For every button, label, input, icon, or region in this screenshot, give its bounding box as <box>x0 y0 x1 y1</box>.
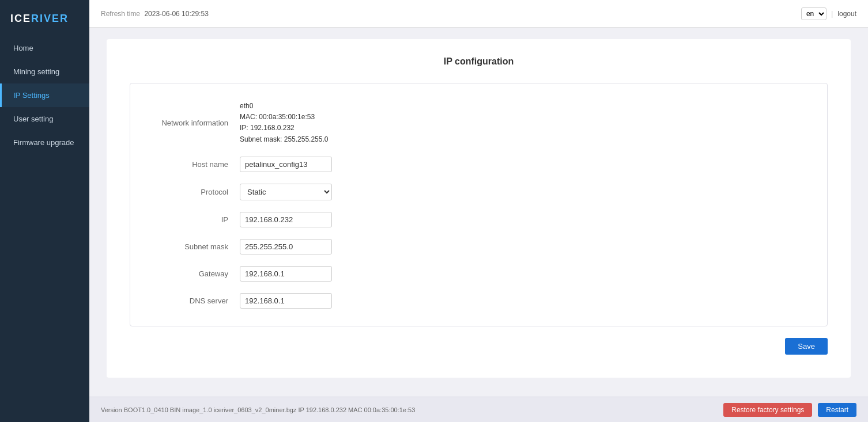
sidebar-nav: Home Mining setting IP Settings User set… <box>0 36 89 154</box>
network-subnet: Subnet mask: 255.255.255.0 <box>240 134 328 145</box>
protocol-row: Protocol Static DHCP <box>130 178 827 206</box>
hostname-input[interactable] <box>240 157 332 172</box>
sidebar: ICERIVER Home Mining setting IP Settings… <box>0 0 89 422</box>
hostname-label: Host name <box>148 160 228 169</box>
footer-right: Restore factory settings Restart <box>723 403 856 417</box>
protocol-label: Protocol <box>148 188 228 196</box>
content: IP configuration Network information eth… <box>89 28 868 397</box>
save-button[interactable]: Save <box>785 338 828 355</box>
gateway-label: Gateway <box>148 269 228 278</box>
footer-version: Version BOOT1.0_0410 BIN image_1.0 iceri… <box>101 406 415 413</box>
network-eth: eth0 <box>240 101 328 112</box>
refresh-value: 2023-06-06 10:29:53 <box>144 10 208 18</box>
subnet-input[interactable] <box>240 239 332 254</box>
topbar-right: en zh | logout <box>801 7 856 20</box>
ip-input[interactable] <box>240 212 332 227</box>
protocol-select[interactable]: Static DHCP <box>240 184 332 200</box>
form-section: Network information eth0 MAC: 00:0a:35:0… <box>130 83 828 326</box>
topbar-divider: | <box>831 9 833 18</box>
network-info-row: Network information eth0 MAC: 00:0a:35:0… <box>130 95 827 151</box>
restart-button[interactable]: Restart <box>818 403 856 417</box>
subnet-label: Subnet mask <box>148 242 228 251</box>
sidebar-item-mining-setting[interactable]: Mining setting <box>0 60 89 83</box>
dns-input[interactable] <box>240 293 332 309</box>
logo-ice: ICE <box>10 13 31 24</box>
page-card: IP configuration Network information eth… <box>107 39 851 378</box>
network-info-value: eth0 MAC: 00:0a:35:00:1e:53 IP: 192.168.… <box>240 101 328 145</box>
main: Refresh time 2023-06-06 10:29:53 en zh |… <box>89 0 868 422</box>
network-ip: IP: 192.168.0.232 <box>240 123 328 134</box>
network-info-label: Network information <box>148 119 228 127</box>
page-title: IP configuration <box>130 56 828 67</box>
dns-row: DNS server <box>130 287 827 314</box>
gateway-input[interactable] <box>240 266 332 282</box>
refresh-time: Refresh time 2023-06-06 10:29:53 <box>101 10 209 18</box>
save-row: Save <box>130 338 828 355</box>
footer: Version BOOT1.0_0410 BIN image_1.0 iceri… <box>89 397 868 422</box>
sidebar-item-user-setting[interactable]: User setting <box>0 107 89 131</box>
hostname-row: Host name <box>130 151 827 178</box>
ip-row: IP <box>130 206 827 233</box>
gateway-row: Gateway <box>130 260 827 287</box>
restore-factory-button[interactable]: Restore factory settings <box>723 403 812 417</box>
ip-label: IP <box>148 215 228 224</box>
sidebar-item-firmware-upgrade[interactable]: Firmware upgrade <box>0 131 89 154</box>
dns-label: DNS server <box>148 296 228 305</box>
network-mac: MAC: 00:0a:35:00:1e:53 <box>240 112 328 123</box>
language-select[interactable]: en zh <box>801 7 827 20</box>
refresh-label: Refresh time <box>101 10 140 18</box>
topbar: Refresh time 2023-06-06 10:29:53 en zh |… <box>89 0 868 28</box>
logo: ICERIVER <box>0 0 89 36</box>
logo-river: RIVER <box>31 13 69 24</box>
sidebar-item-ip-settings[interactable]: IP Settings <box>0 83 89 107</box>
subnet-row: Subnet mask <box>130 233 827 260</box>
sidebar-item-home[interactable]: Home <box>0 36 89 60</box>
logout-link[interactable]: logout <box>837 10 856 18</box>
